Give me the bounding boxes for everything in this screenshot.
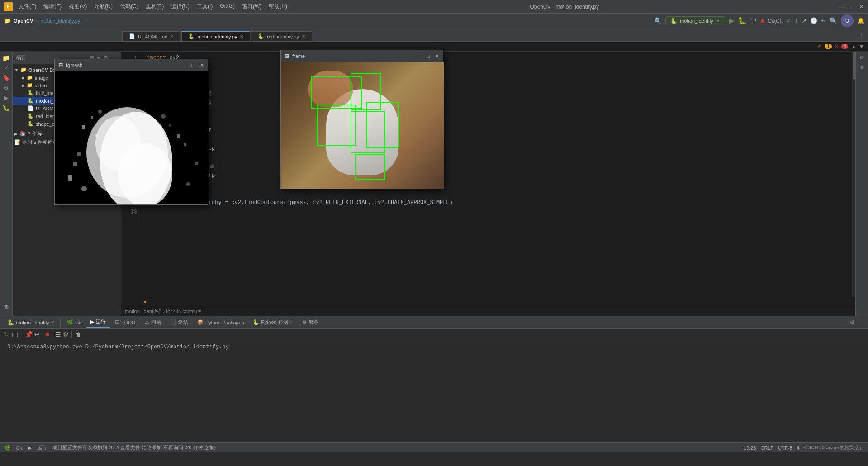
menu-code[interactable]: 代码(C) xyxy=(117,2,142,11)
sidebar-commit-icon[interactable]: ✓ xyxy=(4,64,9,71)
rerun-button[interactable]: ↻ xyxy=(4,331,9,338)
status-spaces: 4 xyxy=(797,445,799,451)
git-label: Git(G): xyxy=(768,18,783,24)
bottom-tab-problems[interactable]: ⚠ 问题 xyxy=(140,318,166,327)
git-rollback-icon[interactable]: ↩ xyxy=(821,17,826,24)
fgmask-minimize-button[interactable]: — xyxy=(181,62,186,68)
menu-help[interactable]: 帮助(H) xyxy=(266,2,290,11)
fgmask-titlebar[interactable]: 🖼 fgmask — □ ✕ xyxy=(55,59,208,71)
frame-minimize-button[interactable]: — xyxy=(416,53,421,59)
maximize-button[interactable]: □ xyxy=(850,3,854,10)
user-avatar[interactable]: U xyxy=(841,14,854,27)
wrap-button[interactable]: ↩ xyxy=(34,331,40,338)
svg-rect-11 xyxy=(68,175,72,181)
status-run-icon[interactable]: ▶ xyxy=(28,445,32,451)
menu-items: 文件(F) 编辑(E) 视图(V) 导航(N) 代码(C) 重构(R) 运行(U… xyxy=(15,2,290,11)
editor-scrollbar-v[interactable] xyxy=(852,52,855,297)
menu-nav[interactable]: 导航(N) xyxy=(91,2,116,11)
app-icon: P xyxy=(4,2,13,11)
clear-button[interactable]: 🗑 xyxy=(75,331,81,338)
tabs-more-icon[interactable]: ⋮ xyxy=(858,32,864,39)
left-sidebar-icons: 📁 ✓ 🔖 ⚙ ▶ 🐛 书签 xyxy=(0,52,13,316)
frame-maximize-button[interactable]: □ xyxy=(427,53,430,59)
tab-readme-label: README.md xyxy=(138,34,167,39)
tab-motion-identify[interactable]: 🐍 motion_identify.py ✕ xyxy=(181,31,250,41)
editor-scrollbar-thumb[interactable] xyxy=(853,52,855,79)
menu-run[interactable]: 运行(U) xyxy=(168,2,193,11)
scroll-down-button[interactable]: ↓ xyxy=(16,331,19,338)
settings-button[interactable]: ⚙ xyxy=(63,331,69,338)
current-file-label[interactable]: motion_identify.py xyxy=(40,18,80,24)
bottom-tab-terminal[interactable]: ⬛ 终结 xyxy=(166,318,193,327)
warnings-area: ⚠ 1 ✕ 4 ▲ ▼ xyxy=(817,43,864,50)
status-git-icon[interactable]: 🌿 xyxy=(4,445,10,451)
list-view-button[interactable]: ☰ xyxy=(55,331,61,338)
bottom-run-label: motion_identify xyxy=(16,320,49,325)
warnings-up-icon[interactable]: ▲ xyxy=(851,43,856,50)
close-button[interactable]: ✕ xyxy=(859,2,864,11)
bottom-tab-python-packages[interactable]: 📦 Python Packages xyxy=(193,318,249,327)
git-update-icon[interactable]: ↑ xyxy=(795,17,798,24)
sidebar-run-icon[interactable]: ▶ xyxy=(4,94,9,101)
right-sidebar-icon2[interactable]: ≡ xyxy=(860,64,863,71)
git-history-icon[interactable]: 🕐 xyxy=(810,17,817,24)
bottom-run-close-icon[interactable]: ✕ xyxy=(51,320,55,325)
bottom-tab-todo[interactable]: ☑ TODO xyxy=(110,318,140,327)
menu-window[interactable]: 窗口(W) xyxy=(239,2,265,11)
bottom-tool-sep4 xyxy=(71,331,72,338)
svg-point-19 xyxy=(186,182,190,186)
git-push-icon[interactable]: ↗ xyxy=(802,17,806,24)
search-icon[interactable]: 🔍 xyxy=(830,17,837,24)
bottom-tab-services[interactable]: ⚙ 服务 xyxy=(298,318,323,327)
code-content[interactable]: import cv2 形态学操作需要使用 ernel = cv2.getStru… xyxy=(141,52,852,297)
pin-button[interactable]: 📌 xyxy=(25,331,33,338)
frame-close-button[interactable]: ✕ xyxy=(435,53,439,59)
right-sidebar-icon1[interactable]: ⚙ xyxy=(859,54,864,61)
frame-titlebar[interactable]: 🖼 frame — □ ✕ xyxy=(281,50,443,62)
menu-git[interactable]: Git(G) xyxy=(217,2,238,11)
tree-folder-video-icon: 📁 xyxy=(27,82,33,88)
tab-readme-close[interactable]: ✕ xyxy=(170,34,174,39)
minimize-button[interactable]: — xyxy=(839,3,846,11)
run-button[interactable]: ▶ xyxy=(729,16,734,25)
tab-red-close[interactable]: ✕ xyxy=(302,34,305,39)
bottom-tab-python-console[interactable]: 🐍 Python 控制台 xyxy=(248,318,297,327)
project-icon: 📁 xyxy=(4,17,11,24)
stop-run-button[interactable]: ■ xyxy=(46,331,49,338)
bottom-tab-git[interactable]: 🌿 Git xyxy=(62,318,86,327)
menu-refactor[interactable]: 重构(R) xyxy=(142,2,167,11)
sidebar-debug-icon[interactable]: 🐛 xyxy=(2,104,10,111)
svg-point-17 xyxy=(169,124,171,127)
bottom-minimize-icon[interactable]: — xyxy=(859,319,864,326)
scroll-up-button[interactable]: ↑ xyxy=(11,331,14,338)
search-everywhere-icon[interactable]: 🔍 xyxy=(654,17,662,24)
tab-motion-close[interactable]: ✕ xyxy=(240,34,243,39)
fgmask-maximize-button[interactable]: □ xyxy=(191,62,194,68)
line-num-18: 18 xyxy=(121,207,137,216)
warnings-down-icon[interactable]: ▼ xyxy=(859,43,864,50)
tabs-overflow[interactable]: ⋮ xyxy=(854,30,868,41)
menu-view[interactable]: 视图(V) xyxy=(66,2,90,11)
menu-edit[interactable]: 编辑(E) xyxy=(40,2,65,11)
git-commit-icon[interactable]: ✓ xyxy=(787,17,792,24)
svg-point-14 xyxy=(98,110,102,114)
menu-file[interactable]: 文件(F) xyxy=(15,2,39,11)
bottom-settings-icon[interactable]: ⚙ xyxy=(849,319,855,326)
run-config-icon: 🐍 xyxy=(670,18,677,24)
coverage-button[interactable]: 🛡 xyxy=(750,17,757,24)
fgmask-close-button[interactable]: ✕ xyxy=(200,62,204,68)
tab-red-identify[interactable]: 🐍 red_identify.py ✕ xyxy=(251,31,312,41)
notifications-icon[interactable]: 🔔 xyxy=(857,17,864,24)
bottom-panel-controls: ⚙ — xyxy=(849,319,864,326)
debug-button[interactable]: 🐛 xyxy=(738,16,747,25)
tab-readme[interactable]: 📄 README.md ✕ xyxy=(122,31,180,41)
frame-detections-svg xyxy=(281,62,444,189)
sidebar-project-icon[interactable]: 📁 xyxy=(2,54,10,62)
stop-button[interactable]: ■ xyxy=(760,17,764,24)
warning-count-badge: 1 xyxy=(825,44,832,49)
bottom-tab-run[interactable]: ▶ 运行 xyxy=(86,317,110,328)
menu-tools[interactable]: 工具(I) xyxy=(194,2,216,11)
run-config-dropdown[interactable]: 🐍 motion_identify ▼ xyxy=(665,16,725,25)
sidebar-bookmark-icon[interactable]: 🔖 xyxy=(2,74,10,81)
sidebar-structure-icon[interactable]: ⚙ xyxy=(3,84,9,91)
